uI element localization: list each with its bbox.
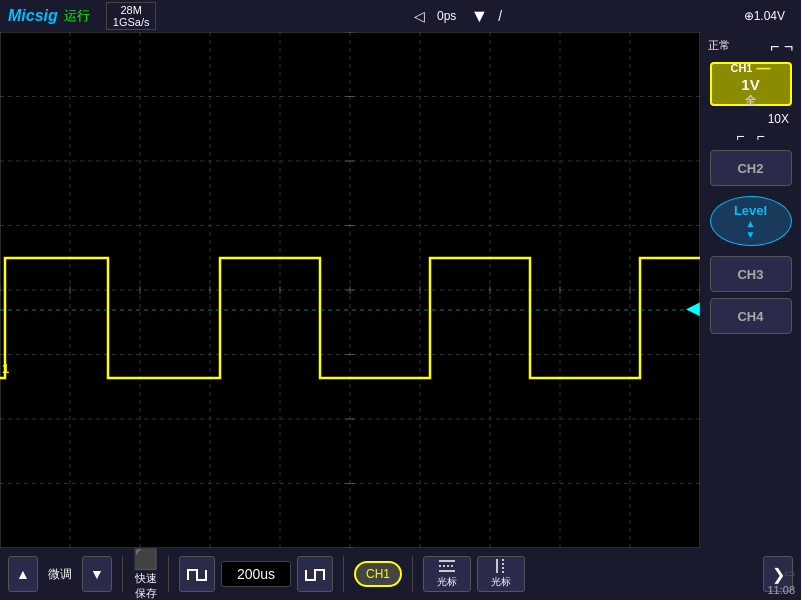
ch4-label: CH4 [737,309,763,324]
more-icon: ❯ [772,565,785,584]
timebase-area: ◁ 0ps ▼ / [172,6,743,27]
ch3-label: CH3 [737,267,763,282]
fine-adjust-label: 微调 [48,566,72,583]
trigger-icons: ⌐ ⌐ [770,38,793,56]
trigger-normal-label: 正常 [708,38,730,53]
ch1-text: CH1 [730,62,752,74]
divider-2 [168,556,169,592]
dc-coupling-icon: ⌐ [736,128,744,144]
ground-marker: 1 [2,362,9,375]
waveform-svg [0,32,700,548]
gnd-icon: ⌐ [757,128,765,144]
falling-wave-icon [303,562,327,586]
timebase-value[interactable]: 200us [221,561,291,587]
ch4-button[interactable]: CH4 [710,298,792,334]
right-panel: 正常 ⌐ ⌐ CH1 — 1V 全 10X ⌐ ⌐ CH2 Level ▲ ▼ … [700,32,801,548]
falling-edge-icon: ⌐ [784,38,793,56]
ch3-button[interactable]: CH3 [710,256,792,292]
ch1-voltage: 1V [741,76,759,93]
cursor1-icon [437,559,457,573]
trigger-level-arrow: ◀ [686,297,700,319]
level-chevrons: ▲ ▼ [746,218,756,240]
coupling-icons: ⌐ ⌐ [736,128,764,144]
ch1-label: CH1 — [730,60,770,76]
cursor2-button[interactable]: 光标 [477,556,525,592]
save-icon: ⬛ [133,547,158,571]
cursor1-label: 光标 [437,575,457,589]
trigger-position-marker: ▼ [470,6,488,27]
rising-wave-icon [185,562,209,586]
trigger-arrow-left: ◁ [414,8,425,24]
quick-save-button[interactable]: ⬛ 快速 保存 [133,547,158,600]
divider-3 [343,556,344,592]
run-status: 运行 [64,7,90,25]
ch2-button[interactable]: CH2 [710,150,792,186]
ch1-mode: 全 [745,93,756,108]
time-position: 0ps [437,9,456,23]
trigger-level-info: ⊕1.04V [744,9,785,23]
divider-slash: / [498,8,502,24]
level-knob[interactable]: Level ▲ ▼ [710,196,792,246]
logo: Micsig [8,7,58,25]
memory-depth: 28M [120,4,141,16]
level-label: Level [734,203,767,218]
ch2-label: CH2 [737,161,763,176]
sample-info: 28M 1GSa/s [106,2,157,30]
ground-label: 1 [2,361,9,376]
ch1-button[interactable]: CH1 — 1V 全 [710,62,792,106]
tenx-label: 10X [768,112,789,126]
ch1-dash: — [757,60,771,76]
cursor2-icon [491,559,511,573]
ch1-indicator-button[interactable]: CH1 [354,561,402,587]
rising-edge-icon: ⌐ [770,38,779,56]
chevron-up-icon: ▲ [746,218,756,229]
quick-save-label: 快速 保存 [135,571,157,600]
divider-1 [122,556,123,592]
fine-down-button[interactable]: ▼ [82,556,112,592]
divider-4 [412,556,413,592]
wave-rise-button[interactable] [179,556,215,592]
sample-rate: 1GSa/s [113,16,150,28]
wave-fall-button[interactable] [297,556,333,592]
fine-label: 微调 [48,566,72,583]
ch1-waveform [0,258,700,378]
cursor2-label: 光标 [491,575,511,589]
battery-icon: ▭ [784,566,795,580]
fine-up-button[interactable]: ▲ [8,556,38,592]
bottom-bar: ▲ 微调 ▼ ⬛ 快速 保存 200us CH1 光标 [0,548,801,600]
clock-display: 11:08 [767,584,795,596]
cursor1-button[interactable]: 光标 [423,556,471,592]
top-bar: Micsig 运行 28M 1GSa/s ◁ 0ps ▼ / ⊕1.04V [0,0,801,32]
chevron-down-icon: ▼ [746,229,756,240]
oscilloscope-display: 1 ◀ [0,32,700,548]
ch1-indicator-label: CH1 [366,567,390,581]
